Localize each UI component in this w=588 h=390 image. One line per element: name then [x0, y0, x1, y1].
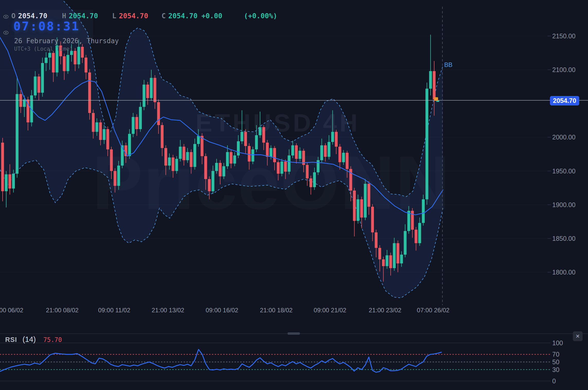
rsi-line: [0, 349, 441, 372]
candle-body: [433, 71, 435, 99]
trading-app: { "header": { "ohlc": [ {"label":"O","va…: [0, 0, 588, 390]
candle-body: [34, 76, 37, 95]
ohlc-item: H2054.70: [62, 12, 98, 20]
candle-body: [375, 232, 378, 248]
candle-body: [393, 243, 396, 268]
time-tick-label: 21:00 08/02: [46, 307, 79, 314]
candle-body: [146, 85, 149, 98]
digital-clock: 07:08:31: [13, 19, 80, 33]
rsi-tick-label: 100: [552, 339, 563, 347]
rsi-tick-label: 50: [552, 358, 559, 366]
ohlc-key: H: [62, 12, 66, 20]
candle-body: [5, 174, 8, 191]
candle-body: [81, 47, 84, 58]
ohlc-item: (+0.00%): [244, 12, 277, 20]
candle-body: [85, 58, 87, 73]
ohlc-value: 2054.70: [18, 12, 47, 20]
time-tick-label: 09:00 11/02: [98, 307, 130, 314]
time-tick-label: 21:00 13/02: [152, 307, 184, 314]
brand-watermark: PriceONN: [92, 139, 450, 226]
candle-body: [92, 113, 95, 132]
signal-marker: [434, 97, 438, 101]
rsi-indicator-header[interactable]: RSI (14) 75.70: [5, 335, 62, 344]
candle-body: [41, 63, 44, 93]
candle-body: [77, 47, 80, 64]
time-tick-label: 21:00 18/02: [260, 307, 293, 314]
timezone-label: UTC+3 (Local Time): [14, 46, 73, 52]
candle-body: [404, 231, 407, 255]
ohlc-value: 2054.70: [69, 12, 98, 20]
rsi-tick-label: 70: [552, 351, 559, 358]
bb-series-label: BB: [444, 61, 452, 68]
candle-body: [382, 259, 385, 266]
candle-body: [396, 243, 399, 263]
ohlc-key: C: [162, 12, 166, 20]
candle-body: [12, 174, 15, 189]
candle-body: [66, 55, 69, 71]
rsi-period: (14): [23, 335, 36, 343]
candle-body: [23, 100, 26, 107]
candle-body: [157, 102, 160, 125]
time-tick-label: 07:00 26/02: [417, 307, 450, 314]
candle-body: [378, 248, 381, 260]
candle-body: [132, 117, 135, 134]
candle-body: [154, 78, 156, 102]
candle-body: [139, 107, 142, 129]
price-tick-label: 1800.00: [552, 269, 575, 276]
price-tick-label: 1850.00: [552, 235, 575, 242]
ohlc-item: L2054.70: [112, 12, 148, 20]
rsi-tick-label: 0: [552, 377, 556, 385]
candle-body: [26, 100, 29, 122]
candle-body: [88, 73, 91, 113]
close-icon[interactable]: ✕: [573, 331, 583, 341]
candle-body: [103, 129, 105, 140]
candle-body: [386, 255, 388, 266]
rsi-name: RSI: [5, 336, 17, 343]
price-tick-label: 1900.00: [552, 201, 575, 209]
price-tick-label: 1950.00: [552, 167, 575, 175]
candle-body: [400, 255, 403, 263]
pane-resize-handle[interactable]: [288, 332, 300, 335]
price-tick-label: 2000.00: [552, 134, 575, 141]
candle-body: [74, 51, 77, 64]
candle-body: [48, 53, 51, 58]
candle-body: [142, 85, 145, 107]
candle-body: [415, 230, 417, 243]
time-tick-label: 21:00 23/02: [369, 307, 402, 314]
time-tick-label: 00 06/02: [0, 307, 23, 314]
candle-body: [135, 117, 138, 129]
price-tick-label: 2150.00: [552, 32, 575, 40]
candle-body: [16, 94, 19, 174]
ohlc-key: O: [11, 12, 15, 20]
candle-body: [429, 71, 432, 88]
ohlc-value: +0.00: [201, 12, 222, 20]
candle-body: [99, 122, 102, 140]
ohlc-value: 2054.70: [119, 12, 148, 20]
price-tick-label: 2100.00: [552, 66, 575, 74]
ohlc-item: O2054.70: [11, 12, 47, 20]
candle-body: [63, 56, 66, 71]
ohlc-value: 2054.70: [168, 12, 198, 20]
time-tick-label: 09:00 16/02: [206, 307, 238, 314]
ohlc-key: L: [112, 12, 116, 20]
date-label: 26 February 2026, Thursday: [14, 37, 119, 45]
ohlc-item: +0.00: [201, 12, 222, 20]
candle-body: [8, 174, 11, 189]
candle-body: [45, 58, 48, 63]
candle-body: [1, 143, 4, 191]
candle-body: [95, 122, 98, 132]
ohlc-item: C2054.70: [162, 12, 198, 20]
eye-icon[interactable]: [3, 13, 9, 20]
rsi-tick-label: 30: [552, 366, 559, 374]
ohlc-value: (+0.00%): [244, 12, 277, 20]
candle-body: [38, 76, 40, 93]
candle-body: [150, 78, 153, 98]
symbol-watermark: ETHUSD 4H: [195, 109, 360, 137]
candle-body: [389, 255, 392, 268]
eye-icon[interactable]: [3, 29, 9, 36]
candle-body: [52, 53, 55, 73]
rsi-value: 75.70: [43, 336, 62, 343]
current-price-badge: 2054.70: [550, 96, 579, 105]
time-tick-label: 09:00 21/02: [314, 307, 346, 314]
